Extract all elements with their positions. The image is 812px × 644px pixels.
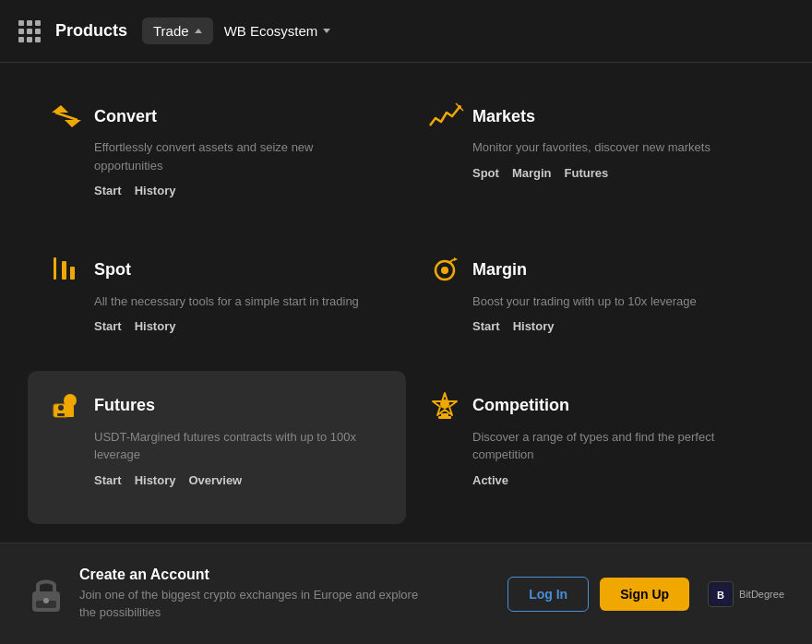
futures-history-link[interactable]: History — [135, 473, 176, 487]
futures-overview-link[interactable]: Overview — [188, 473, 242, 487]
trade-chevron-icon — [195, 29, 202, 33]
svg-point-23 — [43, 598, 49, 603]
menu-item-margin[interactable]: Margin Boost your trading with up to 10x… — [406, 235, 784, 371]
bitdegree-logo: B — [708, 581, 734, 607]
convert-title: Convert — [94, 107, 157, 126]
futures-title: Futures — [94, 396, 155, 415]
margin-start-link[interactable]: Start — [472, 319, 500, 333]
svg-rect-6 — [70, 267, 75, 280]
futures-icon — [50, 389, 83, 423]
competition-active-link[interactable]: Active — [472, 473, 508, 487]
menu-item-competition[interactable]: Competition Discover a range of types an… — [406, 371, 784, 525]
convert-description: Effortlessly convert assets and seize ne… — [94, 138, 384, 174]
svg-point-16 — [58, 405, 64, 411]
competition-links: Active — [472, 473, 762, 487]
menu-item-futures[interactable]: Futures USDT-Margined futures contracts … — [28, 371, 406, 525]
wb-label: WB Ecosystem — [224, 23, 318, 39]
svg-rect-7 — [54, 257, 56, 280]
trade-menu[interactable]: Trade — [142, 18, 213, 44]
convert-history-link[interactable]: History — [135, 184, 176, 197]
svg-point-9 — [441, 267, 448, 274]
svg-rect-20 — [438, 416, 451, 419]
spot-icon — [50, 254, 83, 287]
signup-button[interactable]: Sign Up — [600, 578, 689, 611]
grid-icon — [18, 20, 41, 42]
markets-margin-link[interactable]: Margin — [512, 166, 552, 180]
login-button[interactable]: Log In — [508, 577, 589, 612]
competition-title: Competition — [472, 396, 569, 415]
svg-marker-1 — [65, 120, 81, 127]
products-label: Products — [55, 21, 127, 41]
menu-item-markets[interactable]: Markets Monitor your favorites, discover… — [406, 81, 784, 235]
spot-links: Start History — [94, 319, 384, 333]
spot-header: Spot — [50, 254, 384, 287]
markets-links: Spot Margin Futures — [472, 166, 762, 180]
spot-start-link[interactable]: Start — [94, 319, 122, 333]
header: Products Trade WB Ecosystem — [0, 0, 812, 63]
svg-marker-11 — [454, 257, 458, 261]
markets-title: Markets — [472, 107, 535, 126]
spot-history-link[interactable]: History — [135, 319, 176, 333]
futures-description: USDT-Margined futures contracts with up … — [94, 428, 384, 464]
svg-rect-17 — [57, 413, 65, 416]
svg-point-18 — [440, 400, 449, 409]
futures-start-link[interactable]: Start — [94, 473, 122, 487]
margin-header: Margin — [428, 254, 762, 287]
footer-description: Join one of the biggest crypto exchanges… — [79, 587, 430, 620]
markets-description: Monitor your favorites, discover new mar… — [472, 138, 762, 157]
bitdegree-badge: B BitDegree — [708, 581, 784, 607]
margin-title: Margin — [472, 260, 527, 280]
footer-text: Create an Account Join one of the bigges… — [79, 566, 430, 620]
futures-links: Start History Overview — [94, 473, 384, 487]
margin-description: Boost your trading with up to 10x levera… — [472, 292, 762, 311]
markets-icon — [428, 100, 461, 133]
spot-description: All the necessary tools for a simple sta… — [94, 292, 384, 311]
margin-history-link[interactable]: History — [513, 319, 555, 333]
convert-header: Convert — [50, 100, 384, 133]
convert-icon — [50, 100, 83, 133]
spot-title: Spot — [94, 260, 131, 280]
footer-left: Create an Account Join one of the bigges… — [28, 566, 430, 620]
margin-links: Start History — [472, 319, 762, 333]
competition-header: Competition — [428, 389, 762, 423]
menu-item-convert[interactable]: Convert Effortlessly convert assets and … — [28, 81, 406, 235]
menu-item-spot[interactable]: Spot All the necessary tools for a simpl… — [28, 235, 406, 371]
trade-label: Trade — [153, 23, 189, 39]
footer-buttons: Log In Sign Up B BitDegree — [508, 577, 784, 612]
convert-links: Start History — [94, 184, 384, 197]
futures-header: Futures — [50, 389, 384, 423]
wb-chevron-icon — [323, 29, 330, 33]
competition-description: Discover a range of types and find the p… — [472, 428, 762, 464]
markets-futures-link[interactable]: Futures — [565, 166, 609, 180]
svg-rect-15 — [66, 406, 74, 417]
convert-start-link[interactable]: Start — [94, 184, 122, 197]
svg-line-2 — [55, 113, 78, 120]
competition-icon — [428, 389, 461, 423]
svg-marker-0 — [52, 105, 68, 113]
svg-text:B: B — [717, 590, 724, 601]
bitdegree-label: BitDegree — [739, 589, 784, 600]
markets-header: Markets — [428, 100, 762, 133]
svg-rect-5 — [62, 261, 66, 280]
footer: Create an Account Join one of the bigges… — [0, 543, 812, 644]
wb-ecosystem-menu[interactable]: WB Ecosystem — [224, 23, 331, 39]
footer-title: Create an Account — [79, 566, 430, 583]
svg-point-14 — [64, 394, 77, 407]
lock-icon — [28, 576, 65, 613]
margin-icon — [428, 254, 461, 287]
main-menu: Convert Effortlessly convert assets and … — [0, 63, 812, 543]
markets-spot-link[interactable]: Spot — [472, 166, 499, 180]
